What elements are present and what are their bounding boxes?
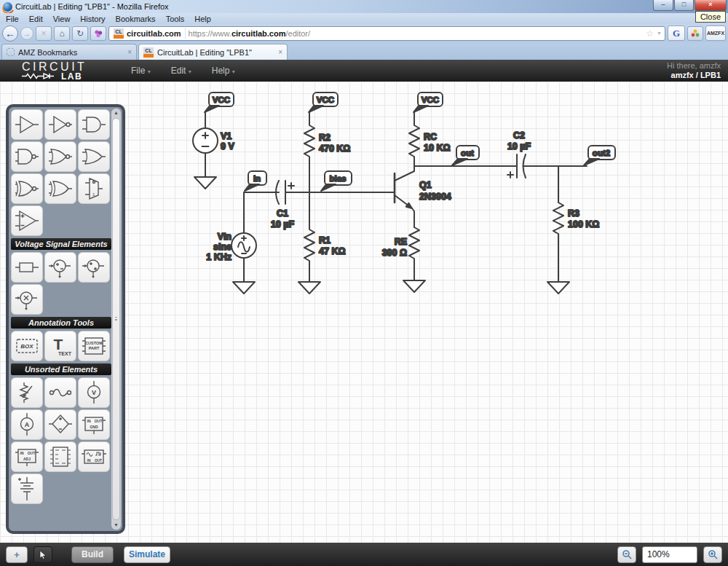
amzfx-button[interactable]: AMZ FX — [705, 25, 726, 41]
stop-button[interactable]: × — [36, 26, 52, 41]
palette-item-summer[interactable] — [44, 252, 76, 283]
bookmark-star-icon[interactable]: ☆ — [646, 28, 654, 39]
flag-out2[interactable]: out2 — [584, 146, 615, 165]
home-button[interactable]: ⌂ — [54, 26, 70, 41]
scrollbar-thumb[interactable] — [112, 118, 120, 520]
component-q1-transistor[interactable]: Q1 2N3904 — [395, 166, 451, 227]
palette-item-wavy-element[interactable] — [44, 377, 76, 408]
google-search-button[interactable]: G — [668, 25, 685, 41]
select-tool-button[interactable] — [33, 546, 52, 563]
app-menu-edit[interactable]: Edit ▾ — [171, 66, 191, 76]
site-identity-chip[interactable]: CL circuitlab.com — [112, 28, 186, 39]
flag-in[interactable]: in — [245, 171, 266, 191]
component-r3-resistor[interactable]: R3 100 KΩ — [547, 203, 599, 294]
palette-item-nand[interactable] — [11, 141, 43, 172]
circuitlab-logo[interactable]: CIRCUIT LAB — [22, 61, 109, 81]
menu-help[interactable]: Help — [194, 15, 211, 23]
palette-scrollbar[interactable]: ▲ ▼ — [111, 109, 121, 530]
component-c1-capacitor[interactable]: C1 10 µF — [271, 181, 295, 229]
title-bar[interactable]: CircuitLab | Editing "LPB1" - Mozilla Fi… — [0, 0, 728, 13]
cursor-arrow-icon — [38, 549, 48, 559]
flag-bias[interactable]: bias — [321, 171, 352, 191]
palette-item-voltmeter[interactable]: V — [78, 377, 110, 408]
component-v1-voltage-source[interactable]: V1 9 V — [193, 112, 234, 189]
xnor-gate-icon — [12, 176, 41, 202]
menu-history[interactable]: History — [80, 15, 105, 23]
back-button[interactable]: ← — [2, 25, 18, 42]
svg-text:BOX: BOX — [20, 343, 33, 350]
flag-out[interactable]: out — [452, 146, 479, 165]
palette-item-box-annotation[interactable]: BOX — [11, 331, 43, 361]
palette-item-regulator[interactable]: INOUTGND — [78, 409, 110, 440]
palette-item-ic-block[interactable] — [44, 441, 76, 472]
flag-vcc-3[interactable]: VCC — [414, 93, 443, 112]
minimize-button[interactable]: – — [653, 0, 673, 11]
tab-circuitlab[interactable]: CL CircuitLab | Editing "LPB1" × — [138, 44, 288, 60]
palette-item-and[interactable] — [78, 109, 110, 140]
zoom-in-button[interactable] — [703, 546, 722, 563]
svg-text:470 KΩ: 470 KΩ — [319, 144, 350, 154]
close-button[interactable]: × — [695, 0, 727, 11]
component-c2-capacitor[interactable]: C2 10 µF — [507, 130, 531, 178]
palette-item-inverter[interactable] — [44, 109, 76, 140]
buffer-gate-icon — [12, 111, 41, 138]
wire-out2-net[interactable] — [523, 166, 587, 203]
section-unsorted-elements: Unsorted Elements — [11, 363, 111, 375]
tab-close-icon[interactable]: × — [278, 48, 282, 56]
app-menu-file[interactable]: File ▾ — [131, 66, 151, 76]
simulate-button[interactable]: Simulate — [124, 546, 170, 563]
palette-item-converter[interactable]: INOUT — [78, 441, 110, 472]
palette-item-xor[interactable] — [44, 173, 76, 204]
pan-tool-button[interactable]: + — [6, 546, 28, 563]
location-bar[interactable]: CL circuitlab.com https://www.circuitlab… — [108, 26, 665, 41]
component-rc-resistor[interactable]: RC 10 KΩ — [409, 112, 450, 166]
palette-item-transfer-block[interactable] — [11, 252, 43, 283]
url-text[interactable]: https://www.circuitlab.com/editor/ — [189, 29, 644, 38]
palette-item-ammeter[interactable]: A — [11, 409, 43, 440]
menu-edit[interactable]: Edit — [29, 15, 43, 23]
tab-amz-bookmarks[interactable]: AMZ Bookmarks × — [1, 44, 137, 60]
palette-item-summer-2[interactable] — [78, 252, 110, 283]
palette-item-xnor[interactable] — [11, 173, 43, 204]
breadcrumb[interactable]: amzfx / LPB1 — [667, 71, 721, 80]
menu-file[interactable]: File — [6, 15, 19, 23]
palette-item-custom-part[interactable]: CUSTOMPART — [78, 331, 110, 361]
opamp-icon — [12, 208, 41, 234]
palette-item-battery[interactable] — [11, 473, 43, 504]
greeting-text: Hi there, amzfx — [667, 61, 721, 71]
flag-vcc-1[interactable]: VCC — [205, 93, 234, 112]
zoom-level-input[interactable] — [642, 546, 697, 563]
extension-button[interactable] — [687, 26, 703, 41]
palette-item-text-annotation[interactable]: TTEXT — [44, 331, 76, 361]
menu-tools[interactable]: Tools — [166, 15, 185, 23]
forward-button[interactable]: → — [20, 27, 33, 40]
maximize-button[interactable]: □ — [674, 0, 694, 11]
palette-item-potentiometer[interactable] — [11, 377, 43, 408]
palette-item-or[interactable] — [78, 141, 110, 172]
build-button[interactable]: Build — [71, 546, 114, 563]
palette-item-dependent-source[interactable] — [44, 409, 76, 440]
flag-vcc-2[interactable]: VCC — [309, 93, 338, 112]
tab-close-icon[interactable]: × — [127, 48, 132, 56]
component-re-resistor[interactable]: RE 390 Ω — [382, 227, 425, 292]
palette-item-buffer[interactable] — [11, 109, 43, 140]
ic-block-icon — [46, 444, 75, 470]
palette-item-nor[interactable] — [44, 141, 76, 172]
menu-bookmarks[interactable]: Bookmarks — [116, 15, 156, 23]
scroll-up-icon[interactable]: ▲ — [111, 109, 121, 117]
palette-item-opamp[interactable] — [11, 205, 43, 236]
palette-item-multiplier[interactable] — [11, 284, 43, 315]
svg-text:VCC: VCC — [422, 95, 439, 104]
menu-view[interactable]: View — [53, 15, 71, 23]
component-r1-resistor[interactable]: R1 47 KΩ — [298, 192, 345, 294]
scroll-down-icon[interactable]: ▼ — [111, 521, 121, 530]
nor-gate-icon — [46, 144, 75, 170]
reload-button[interactable]: ↻ — [72, 26, 88, 41]
url-dropdown-icon[interactable]: ▼ — [657, 31, 662, 36]
zoom-out-button[interactable] — [617, 546, 636, 563]
palette-item-regulator-adj[interactable]: INOUTADJ — [11, 441, 43, 472]
palette-item-mux[interactable]: 1 — [78, 173, 110, 204]
component-vin-sine-source[interactable]: Vin sine 1 KHz — [206, 232, 256, 294]
app-menu-help[interactable]: Help ▾ — [212, 66, 235, 76]
addon-icon-button[interactable] — [90, 26, 106, 41]
